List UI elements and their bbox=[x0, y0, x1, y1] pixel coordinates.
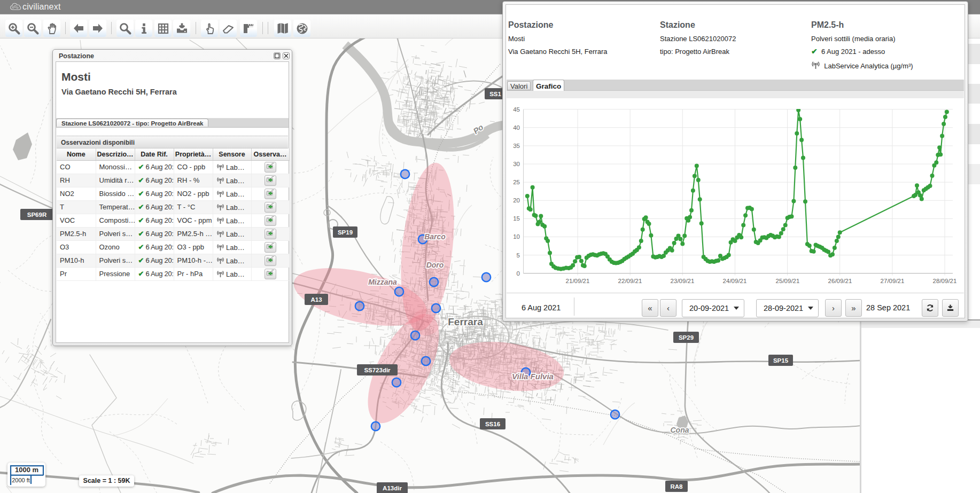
svg-text:Doro: Doro bbox=[426, 261, 444, 269]
svg-text:24/09/21: 24/09/21 bbox=[723, 278, 747, 284]
svg-text:1000 m: 1000 m bbox=[15, 466, 38, 474]
svg-text:SS723dir: SS723dir bbox=[364, 367, 391, 373]
svg-text:5: 5 bbox=[517, 252, 520, 259]
svg-text:10: 10 bbox=[513, 233, 520, 240]
svg-text:SP15: SP15 bbox=[773, 357, 789, 364]
svg-text:Mizzana: Mizzana bbox=[368, 278, 397, 286]
svg-text:A13: A13 bbox=[310, 296, 322, 303]
svg-text:27/09/21: 27/09/21 bbox=[881, 278, 905, 284]
svg-text:A13dir: A13dir bbox=[383, 485, 402, 491]
svg-text:26/09/21: 26/09/21 bbox=[828, 278, 852, 284]
svg-text:40: 40 bbox=[513, 124, 520, 131]
svg-text:SP69R: SP69R bbox=[27, 212, 47, 218]
svg-text:SS1: SS1 bbox=[489, 91, 501, 97]
svg-text:22/09/21: 22/09/21 bbox=[618, 278, 642, 284]
svg-text:SS16: SS16 bbox=[485, 421, 500, 427]
svg-text:45: 45 bbox=[513, 106, 520, 113]
svg-text:25: 25 bbox=[513, 179, 520, 185]
svg-text:21/09/21: 21/09/21 bbox=[566, 278, 590, 284]
svg-text:Ferrara: Ferrara bbox=[448, 316, 483, 327]
svg-text:23/09/21: 23/09/21 bbox=[671, 278, 695, 284]
svg-text:RA8: RA8 bbox=[670, 483, 683, 490]
svg-text:SP29: SP29 bbox=[679, 334, 694, 341]
svg-text:Barco: Barco bbox=[424, 232, 446, 241]
svg-text:Villa Fulvia: Villa Fulvia bbox=[512, 372, 554, 381]
svg-text:15: 15 bbox=[513, 215, 520, 222]
svg-text:28/09/21: 28/09/21 bbox=[933, 278, 957, 284]
svg-text:20: 20 bbox=[513, 197, 520, 204]
svg-text:SP19: SP19 bbox=[338, 229, 353, 236]
svg-text:Cona: Cona bbox=[671, 426, 689, 434]
svg-text:0: 0 bbox=[517, 270, 520, 277]
svg-text:25/09/21: 25/09/21 bbox=[776, 278, 800, 284]
svg-text:35: 35 bbox=[513, 143, 520, 149]
svg-text:30: 30 bbox=[513, 161, 520, 167]
svg-text:2000 ft: 2000 ft bbox=[12, 477, 30, 483]
